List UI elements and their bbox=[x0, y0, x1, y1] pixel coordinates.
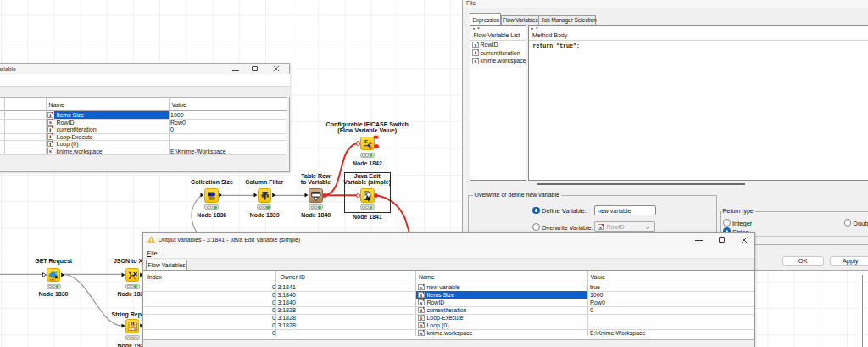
svg-text:IF: IF bbox=[364, 139, 368, 144]
svg-text:4: 4 bbox=[133, 276, 136, 281]
